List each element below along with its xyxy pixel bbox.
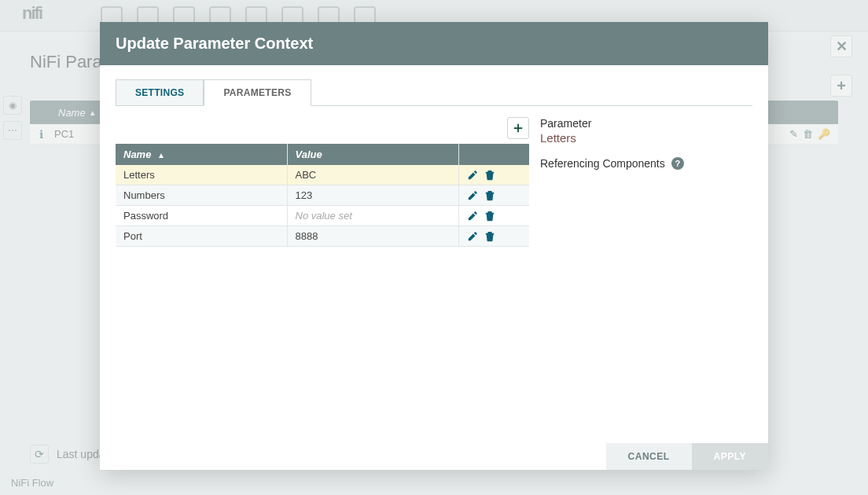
referencing-components-label: Referencing Components — [540, 157, 665, 170]
tab-settings[interactable]: SETTINGS — [116, 79, 204, 105]
plus-icon — [513, 123, 524, 134]
cancel-button[interactable]: CANCEL — [606, 443, 692, 470]
edit-icon[interactable] — [467, 211, 478, 222]
parameter-row-name: Numbers — [116, 185, 287, 206]
tab-parameters[interactable]: PARAMETERS — [204, 79, 311, 106]
parameter-row[interactable]: LettersABC — [116, 165, 529, 185]
update-parameter-context-dialog: Update Parameter Context SETTINGS PARAME… — [100, 22, 768, 470]
column-header-value[interactable]: Value — [287, 144, 458, 165]
dialog-title: Update Parameter Context — [100, 22, 768, 65]
column-header-name-label: Name — [123, 148, 151, 160]
parameter-name: Letters — [540, 131, 752, 145]
parameter-row-actions — [458, 206, 529, 226]
apply-button: APPLY — [692, 443, 768, 470]
parameter-row-actions — [458, 226, 529, 247]
edit-icon[interactable] — [467, 170, 478, 181]
trash-icon[interactable] — [484, 211, 495, 222]
parameter-label: Parameter — [540, 117, 752, 130]
edit-icon[interactable] — [467, 190, 478, 201]
parameter-row[interactable]: Numbers123 — [116, 185, 529, 206]
sort-asc-icon: ▲ — [157, 151, 165, 160]
parameters-table: Name ▲ Value LettersABCNumbers123Passwor… — [116, 144, 529, 247]
column-header-name[interactable]: Name ▲ — [116, 144, 287, 165]
edit-icon[interactable] — [467, 231, 478, 242]
parameter-row-value: 8888 — [287, 226, 458, 247]
parameter-row-name: Letters — [116, 165, 287, 185]
trash-icon[interactable] — [484, 190, 495, 201]
parameter-row-name: Port — [116, 226, 287, 247]
parameter-row-value: No value set — [287, 206, 458, 226]
dialog-footer: CANCEL APPLY — [100, 434, 768, 470]
parameter-row[interactable]: PasswordNo value set — [116, 206, 529, 226]
parameter-row-actions — [458, 165, 529, 185]
parameter-row-value: ABC — [287, 165, 458, 185]
dialog-tabs: SETTINGS PARAMETERS — [116, 79, 752, 106]
help-icon[interactable]: ? — [671, 157, 684, 170]
trash-icon[interactable] — [484, 170, 495, 181]
add-parameter-button[interactable] — [507, 117, 529, 139]
parameter-detail-panel: Parameter Letters Referencing Components… — [540, 117, 752, 247]
trash-icon[interactable] — [484, 231, 495, 242]
parameter-row[interactable]: Port8888 — [116, 226, 529, 247]
column-header-actions — [458, 144, 529, 165]
parameter-row-value: 123 — [287, 185, 458, 206]
parameter-row-name: Password — [116, 206, 287, 226]
parameter-row-actions — [458, 185, 529, 206]
